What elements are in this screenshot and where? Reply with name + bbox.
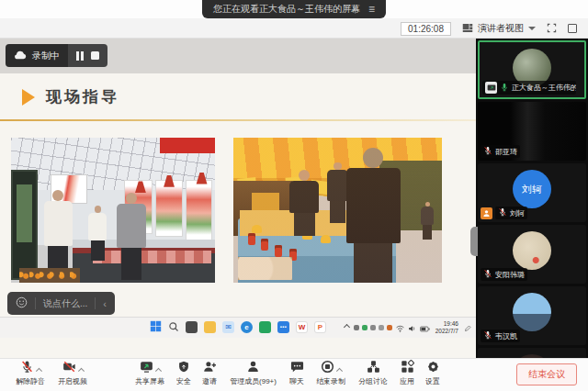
photo-person — [88, 206, 107, 261]
watching-banner: 您正在观看正大食品～王伟伟的屏幕 ≡ — [202, 0, 386, 18]
decorative-shape — [175, 328, 178, 330]
caret-down-icon — [528, 27, 536, 30]
tray-status-dot-icon[interactable] — [379, 325, 384, 330]
toolbar-label: 开启视频 — [58, 376, 87, 386]
toolbar-camera-off[interactable]: 开启视频 — [56, 362, 89, 388]
toolbar-invite[interactable]: 邀请 — [201, 362, 218, 388]
tray-status-dot-icon[interactable] — [354, 325, 359, 330]
toolbar-stop-record[interactable]: 结束录制 — [314, 362, 347, 388]
divider — [95, 297, 96, 309]
chevron-up-icon[interactable] — [336, 368, 343, 374]
toolbar-label: 设置 — [425, 376, 440, 386]
mail-icon[interactable]: ✉ — [222, 321, 234, 333]
taskbar-time: 19:46 — [444, 320, 458, 327]
toolbar-apps[interactable]: 应用 — [399, 362, 415, 388]
photo-shape — [354, 243, 392, 283]
pen-icon[interactable] — [464, 319, 471, 336]
decorative-shape — [290, 360, 304, 374]
smiley-icon[interactable] — [16, 296, 28, 310]
chat-input-placeholder[interactable]: 说点什么... — [43, 297, 87, 310]
participant-tile[interactable]: 安阳韩璐 — [478, 225, 586, 284]
collapse-chevron-icon[interactable]: ‹ — [103, 298, 107, 309]
window-icon[interactable] — [568, 24, 577, 33]
mic-muted-icon — [483, 330, 492, 341]
decorative-shape — [483, 269, 492, 278]
decorative-shape — [413, 327, 414, 330]
decorative-shape — [482, 209, 491, 218]
toolbar-shield[interactable]: 安全 — [175, 362, 192, 388]
decorative-shape — [401, 361, 406, 365]
chevron-up-icon[interactable] — [35, 368, 41, 374]
decorative-shape — [396, 326, 403, 330]
participant-label-row: 刘轲 — [481, 207, 527, 219]
tray-status-dot-icon[interactable] — [362, 325, 368, 330]
decorative-shape — [23, 301, 24, 302]
decorative-shape — [170, 322, 176, 329]
pause-icon[interactable] — [76, 51, 84, 61]
screenshare-mini-icon — [485, 82, 497, 94]
tray-status-dot-icon[interactable] — [387, 325, 392, 330]
participant-tile[interactable]: 刘轲刘轲 — [478, 163, 586, 222]
end-meeting-button[interactable]: 结束会议 — [516, 363, 577, 385]
tray-chevron-icon[interactable] — [344, 324, 350, 330]
toolbar-settings[interactable]: 设置 — [424, 362, 441, 388]
app-green-icon[interactable] — [259, 321, 271, 333]
watching-banner-text: 您正在观看正大食品～王伟伟的屏幕 — [213, 3, 360, 16]
explorer-icon[interactable] — [204, 321, 216, 333]
chevron-up-icon[interactable] — [77, 368, 84, 374]
decorative-shape — [72, 364, 74, 370]
participant-label-row: 邵亚琦 — [481, 145, 520, 158]
toolbar-chat[interactable]: 聊天 — [288, 362, 305, 388]
view-switcher[interactable]: 演讲者视图 — [462, 22, 536, 35]
participant-tile[interactable]: 韦汉凯 — [478, 286, 586, 345]
tray-status-dot-icon[interactable] — [370, 325, 376, 330]
app-blue-icon[interactable]: ⋯ — [277, 321, 289, 333]
photo-shape — [117, 204, 145, 248]
settings-icon — [426, 360, 440, 377]
toolbar-label: 共享屏幕 — [135, 376, 164, 386]
decorative-shape — [375, 368, 379, 373]
panel-collapse-handle[interactable] — [470, 227, 478, 256]
edge-icon[interactable]: e — [241, 321, 253, 333]
photo-shape — [289, 181, 319, 213]
taskview-icon[interactable] — [186, 321, 198, 333]
toolbar-breakout[interactable]: 分组讨论 — [356, 362, 390, 388]
participant-name: 邵亚琦 — [495, 147, 517, 157]
app-red-w-icon[interactable]: W — [296, 321, 308, 333]
toolbar-label: 应用 — [400, 376, 414, 386]
title-strip: 您正在观看正大食品～王伟伟的屏幕 ≡ — [0, 0, 588, 18]
hamburger-icon[interactable]: ≡ — [368, 4, 375, 15]
fullscreen-icon[interactable] — [547, 23, 557, 35]
search-icon[interactable] — [168, 319, 179, 336]
toolbar-screen-share[interactable]: 共享屏幕 — [133, 362, 166, 388]
app-orange-p-icon[interactable]: P — [314, 321, 326, 333]
participant-label-row: 正大食品～王伟伟的... — [482, 81, 576, 95]
battery-icon[interactable] — [420, 319, 430, 336]
decorative-shape — [469, 24, 472, 27]
participant-tile[interactable]: 正大食品～王伟伟的... — [478, 40, 586, 99]
photo-shape — [17, 184, 33, 242]
start-icon[interactable] — [150, 319, 162, 336]
toolbar-mic-muted[interactable]: 解除静音 — [14, 362, 47, 388]
stop-icon[interactable] — [91, 51, 99, 60]
photo-shape — [421, 207, 434, 226]
chat-overlay[interactable]: 说点什么... ‹ — [7, 292, 115, 315]
invite-icon — [203, 360, 217, 377]
decorative-shape — [291, 362, 303, 372]
chevron-up-icon[interactable] — [154, 368, 161, 374]
toolbar-members[interactable]: 管理成员(99+) — [227, 362, 279, 388]
photo-shape — [299, 170, 310, 181]
photo-person — [327, 162, 348, 223]
photo-shape — [88, 213, 107, 240]
taskbar-clock[interactable]: 19:46 2022/7/7 — [435, 320, 458, 335]
toolbar-label: 分组讨论 — [358, 376, 388, 386]
decorative-shape — [367, 362, 380, 376]
decorative-shape — [367, 360, 380, 374]
recording-label: 录制中 — [32, 50, 60, 62]
participant-tile[interactable]: 邵亚琦 — [478, 102, 586, 161]
participant-name: 韦汉凯 — [495, 331, 517, 341]
speaker-icon[interactable] — [408, 319, 416, 336]
participant-tile[interactable] — [478, 348, 586, 358]
wifi-icon[interactable] — [396, 319, 404, 336]
photo-shape — [425, 202, 430, 207]
